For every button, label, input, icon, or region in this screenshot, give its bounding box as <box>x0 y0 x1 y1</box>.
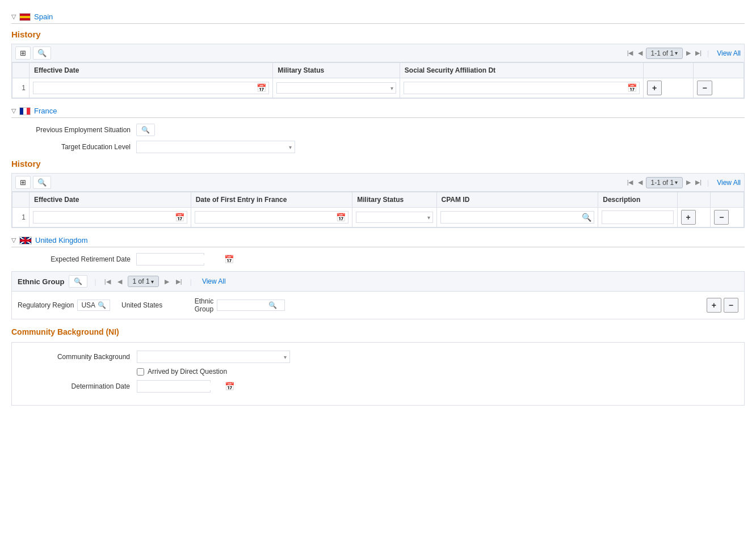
spain-soc-sec-field[interactable] <box>406 84 627 92</box>
uk-retirement-row: Expected Retirement Date 📅 <box>11 253 745 265</box>
community-bg-dropdown[interactable] <box>137 351 290 363</box>
uk-country-name: United States <box>121 301 162 309</box>
spain-pager-badge[interactable]: 1-1 of 1 ▾ <box>646 48 683 59</box>
determination-date-row: Determination Date 📅 <box>23 380 733 393</box>
france-title[interactable]: France <box>34 107 57 115</box>
spain-first-btn[interactable]: |◀ <box>626 48 635 58</box>
uk-ethnic-next-btn[interactable]: ▶ <box>163 277 170 286</box>
determination-cal-icon[interactable]: 📅 <box>225 382 234 391</box>
uk-ethnic-last-btn[interactable]: ▶| <box>175 277 183 286</box>
determination-date-input[interactable]: 📅 <box>137 380 211 393</box>
uk-toggle[interactable]: ▽ <box>11 237 16 244</box>
france-search-btn[interactable]: 🔍 <box>33 176 51 189</box>
community-background-section: Community Background (NI) Community Back… <box>11 327 745 406</box>
uk-retirement-input[interactable]: 📅 <box>136 253 204 265</box>
spain-remove-btn[interactable]: − <box>697 81 712 95</box>
spain-history-label: History <box>11 29 41 39</box>
arrived-direct-row: Arrived by Direct Question <box>137 368 733 376</box>
france-description-input[interactable] <box>602 210 673 224</box>
spain-title[interactable]: Spain <box>34 12 53 21</box>
spain-effective-date-field[interactable] <box>36 84 257 92</box>
spain-search-btn[interactable]: 🔍 <box>33 47 51 60</box>
uk-ethnic-group-row: EthnicGroup 🔍 <box>174 297 285 313</box>
france-prev-btn[interactable]: ◀ <box>637 178 644 187</box>
uk-ethnic-first-btn[interactable]: |◀ <box>103 277 112 286</box>
spain-table: Effective Date Military Status Social Se… <box>12 62 744 98</box>
spain-history-box: ⊞ 🔍 |◀ ◀ 1-1 of 1 ▾ ▶ ▶| | View All Effe… <box>11 44 745 99</box>
community-bg-box: Community Background Arrived by Direct Q… <box>11 342 745 406</box>
spain-effective-date-input[interactable]: 📅 <box>33 82 269 94</box>
france-last-btn[interactable]: ▶| <box>694 178 703 187</box>
uk-title[interactable]: United Kingdom <box>35 236 88 245</box>
spain-pager-text: 1-1 of 1 <box>651 49 674 57</box>
spain-view-all[interactable]: View All <box>717 49 741 57</box>
france-grid-btn[interactable]: ⊞ <box>15 176 31 189</box>
spain-prev-btn[interactable]: ◀ <box>637 48 644 58</box>
france-add-btn[interactable]: + <box>681 210 696 225</box>
france-target-edu-select-wrapper <box>136 141 295 153</box>
france-cpam-field[interactable] <box>443 213 582 221</box>
uk-ethnic-group-search-icon[interactable]: 🔍 <box>268 301 277 309</box>
france-effective-date-input[interactable]: 📅 <box>33 211 187 224</box>
uk-ethnic-group-search[interactable]: 🔍 <box>217 300 285 311</box>
spain-row-1: 1 📅 ▾ 📅 <box>12 78 744 98</box>
spain-military-status-select[interactable]: ▾ <box>276 82 396 94</box>
france-first-entry-input[interactable]: 📅 <box>195 211 349 224</box>
uk-ethnic-search-btn[interactable]: 🔍 <box>69 275 87 288</box>
spain-col-empty <box>12 63 30 78</box>
france-target-edu-dropdown[interactable] <box>136 141 295 153</box>
uk-flag <box>19 237 32 245</box>
france-target-edu-control <box>136 141 295 153</box>
uk-retirement-cal-icon[interactable]: 📅 <box>224 255 234 264</box>
uk-reg-region-input[interactable]: USA 🔍 <box>77 300 110 311</box>
france-cpam-cell: 🔍 <box>436 208 598 227</box>
spain-toggle[interactable]: ▽ <box>11 13 16 20</box>
france-next-btn[interactable]: ▶ <box>685 178 692 187</box>
determination-date-field[interactable] <box>140 382 225 390</box>
spain-pager: |◀ ◀ 1-1 of 1 ▾ ▶ ▶| | View All <box>626 48 741 59</box>
france-prev-emp-control: 🔍 <box>136 124 155 136</box>
france-pager-badge[interactable]: 1-1 of 1 ▾ <box>646 177 683 188</box>
france-cal-icon[interactable]: 📅 <box>175 213 184 222</box>
france-row-1: 1 📅 📅 ▾ <box>12 208 744 227</box>
france-cpam-input[interactable]: 🔍 <box>440 211 595 224</box>
france-first-btn[interactable]: |◀ <box>626 178 635 187</box>
spain-add-btn[interactable]: + <box>647 81 662 95</box>
uk-retirement-label: Expected Retirement Date <box>11 255 136 263</box>
community-bg-select-wrapper <box>137 351 290 363</box>
uk-ethnic-prev-btn[interactable]: ◀ <box>116 277 123 286</box>
france-military-status-dropdown[interactable] <box>359 213 426 221</box>
spain-grid-btn[interactable]: ⊞ <box>15 47 31 60</box>
spain-military-status-cell: ▾ <box>273 78 400 98</box>
spain-soc-cal-icon[interactable]: 📅 <box>627 83 637 92</box>
spain-last-btn[interactable]: ▶| <box>694 48 703 58</box>
france-view-all[interactable]: View All <box>717 179 741 187</box>
uk-ethnic-pager-dropdown[interactable]: ▾ <box>151 279 154 285</box>
spain-soc-sec-input[interactable]: 📅 <box>404 82 640 94</box>
spain-cal-icon[interactable]: 📅 <box>257 83 266 92</box>
spain-next-btn[interactable]: ▶ <box>685 48 692 58</box>
france-effective-date-field[interactable] <box>36 213 175 221</box>
france-cpam-search-icon[interactable]: 🔍 <box>582 213 591 222</box>
uk-ethnic-view-all[interactable]: View All <box>202 277 226 285</box>
uk-ethnic-pager-badge[interactable]: 1 of 1 ▾ <box>128 276 159 287</box>
uk-ethnic-add-btn[interactable]: + <box>707 298 721 313</box>
uk-reg-region-search-icon[interactable]: 🔍 <box>98 301 106 309</box>
france-pager-dropdown[interactable]: ▾ <box>675 179 678 186</box>
spain-pager-dropdown[interactable]: ▾ <box>675 50 678 56</box>
uk-ethnic-group-field[interactable] <box>221 301 266 309</box>
france-prev-emp-row: Previous Employment Situation 🔍 <box>11 124 745 136</box>
france-remove-btn[interactable]: − <box>714 210 729 225</box>
france-military-status-select[interactable]: ▾ <box>356 212 432 223</box>
arrived-direct-checkbox[interactable] <box>137 368 144 376</box>
spain-pipe: | <box>707 49 709 57</box>
france-prev-emp-search[interactable]: 🔍 <box>136 124 155 136</box>
uk-ethnic-remove-btn[interactable]: − <box>724 298 738 313</box>
france-first-entry-field[interactable] <box>198 213 337 221</box>
france-first-entry-cal-icon[interactable]: 📅 <box>336 213 346 222</box>
spain-military-status-dropdown[interactable] <box>279 84 389 92</box>
uk-retirement-field[interactable] <box>139 255 224 263</box>
france-toggle[interactable]: ▽ <box>11 107 16 115</box>
uk-retirement-control: 📅 <box>136 253 204 265</box>
spain-section-header: ▽ Spain <box>11 12 745 24</box>
